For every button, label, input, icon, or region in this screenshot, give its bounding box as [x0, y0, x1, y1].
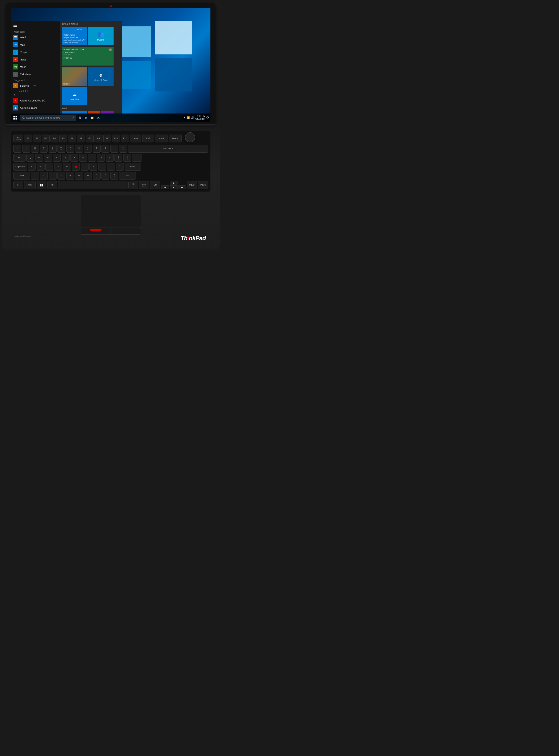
- task-view-icon[interactable]: ⧉: [78, 116, 82, 120]
- key-lbracket[interactable]: {[: [114, 154, 122, 162]
- key-arrow-down[interactable]: ▼: [170, 185, 178, 189]
- key-esc[interactable]: Esc FnLock: [14, 135, 23, 142]
- key-v[interactable]: V: [58, 172, 65, 180]
- start-button[interactable]: [11, 114, 20, 122]
- key-minus[interactable]: _-: [110, 145, 118, 152]
- office365-tile[interactable]: O: [88, 111, 100, 114]
- sidebar-item-acrobat[interactable]: A Adobe Acrobat Pro DC: [11, 97, 60, 104]
- key-o[interactable]: O: [97, 154, 105, 162]
- key-arrow-up[interactable]: ▲: [170, 181, 178, 185]
- key-windows[interactable]: [37, 181, 46, 189]
- key-u[interactable]: U: [79, 154, 87, 162]
- key-shift-right[interactable]: Shift: [119, 172, 136, 180]
- sidebar-item-alarms[interactable]: ⏰ Alarms & Clock: [11, 104, 60, 112]
- key-f4[interactable]: F4: [50, 135, 59, 142]
- key-s[interactable]: S: [37, 163, 45, 171]
- people-tile[interactable]: 👥 People: [88, 27, 114, 45]
- key-p[interactable]: P: [106, 154, 114, 162]
- edge-taskbar-icon[interactable]: e: [84, 116, 88, 120]
- sidebar-item-mail[interactable]: ✉ Mail: [11, 41, 60, 48]
- key-a[interactable]: A: [28, 163, 36, 171]
- key-l[interactable]: L: [98, 163, 106, 171]
- key-semicolon[interactable]: :;: [107, 163, 115, 171]
- key-delete[interactable]: Delete: [169, 135, 182, 142]
- key-f11[interactable]: F11: [112, 135, 120, 142]
- key-q[interactable]: Q: [26, 154, 34, 162]
- sidebar-item-news[interactable]: N News: [11, 56, 60, 63]
- notification-icon[interactable]: 🗨: [206, 116, 209, 119]
- key-3[interactable]: #3: [40, 145, 48, 152]
- key-6[interactable]: ^6: [66, 145, 74, 152]
- key-space[interactable]: [58, 181, 128, 189]
- key-0[interactable]: )0: [102, 145, 109, 152]
- key-comma[interactable]: <,: [93, 172, 100, 180]
- touchpad-left-btn[interactable]: [81, 228, 111, 235]
- key-f2[interactable]: F2: [33, 135, 41, 142]
- key-alt-left[interactable]: Alt: [47, 181, 57, 189]
- key-x[interactable]: X: [40, 172, 48, 180]
- key-w[interactable]: W: [35, 154, 43, 162]
- key-5[interactable]: %5: [58, 145, 65, 152]
- key-prtsc[interactable]: PrtSc SysRq: [139, 181, 149, 189]
- key-f6[interactable]: F6: [68, 135, 76, 142]
- clock[interactable]: 2:30 PM 1/14/2019: [195, 115, 206, 121]
- key-y[interactable]: Y: [70, 154, 78, 162]
- key-f7[interactable]: F7: [77, 135, 85, 142]
- key-slash[interactable]: ?/: [110, 172, 118, 180]
- onenote-tile[interactable]: N: [101, 111, 114, 114]
- key-i[interactable]: I: [88, 154, 96, 162]
- key-9[interactable]: (9: [93, 145, 100, 152]
- key-pgdn[interactable]: PgDn: [198, 181, 208, 189]
- key-equals[interactable]: +=: [119, 145, 127, 152]
- key-t[interactable]: T: [62, 154, 69, 162]
- sidebar-item-people[interactable]: 👥 People: [11, 48, 60, 56]
- store-taskbar-icon[interactable]: 🛍: [96, 116, 100, 120]
- key-power[interactable]: [185, 132, 195, 142]
- key-f9[interactable]: F9: [94, 135, 103, 142]
- key-f5[interactable]: F5: [59, 135, 67, 142]
- key-pgup[interactable]: PgUp: [187, 181, 197, 189]
- touchpad[interactable]: [81, 195, 141, 227]
- key-f10[interactable]: F10: [103, 135, 111, 142]
- key-2[interactable]: @2: [31, 145, 39, 152]
- key-backspace[interactable]: Backspace: [128, 145, 208, 152]
- fabrikam-tile[interactable]: 🌐 4 Fabrikam Portal: [62, 111, 87, 114]
- key-8[interactable]: *8: [84, 145, 92, 152]
- key-1[interactable]: !1: [22, 145, 30, 152]
- key-d[interactable]: D: [45, 163, 53, 171]
- key-m[interactable]: M: [84, 172, 92, 180]
- key-z[interactable]: Z: [31, 172, 39, 180]
- key-f12[interactable]: F12: [121, 135, 129, 142]
- key-n[interactable]: N: [75, 172, 83, 180]
- sidebar-item-word[interactable]: W Word: [11, 33, 60, 41]
- key-shift-left[interactable]: Shift: [14, 172, 30, 180]
- key-tab[interactable]: Tab: [14, 154, 25, 162]
- key-backtick[interactable]: ~`: [14, 145, 21, 152]
- hamburger-menu[interactable]: [11, 22, 20, 29]
- sidebar-item-seismic[interactable]: S Seismic Free: [11, 82, 60, 89]
- mail-tile[interactable]: ✉ 10 Robin Jamie Do you mind if we resch…: [62, 27, 87, 45]
- key-insert[interactable]: Insert: [155, 135, 168, 142]
- key-end[interactable]: End: [142, 135, 154, 142]
- key-f3[interactable]: F3: [42, 135, 50, 142]
- volume-icon[interactable]: 🔊: [191, 116, 194, 119]
- key-7[interactable]: &7: [75, 145, 83, 152]
- key-fn[interactable]: Fn: [14, 181, 23, 189]
- key-j[interactable]: J: [81, 163, 89, 171]
- key-ctrl-left[interactable]: Ctrl: [24, 181, 36, 189]
- key-k[interactable]: K: [89, 163, 97, 171]
- key-g[interactable]: G: [63, 163, 71, 171]
- sidebar-item-maps[interactable]: 🗺 Maps: [11, 63, 60, 71]
- key-period[interactable]: >.: [102, 172, 109, 180]
- key-4[interactable]: $4: [49, 145, 57, 152]
- key-h[interactable]: H: [72, 163, 80, 171]
- taskbar-search[interactable]: Search the web and Windows 🎤: [20, 115, 76, 121]
- edge-tile[interactable]: e Microsoft Edge: [88, 67, 114, 86]
- key-f8[interactable]: F8: [86, 135, 94, 142]
- key-arrow-left[interactable]: ◀: [161, 185, 169, 189]
- key-alt-right[interactable]: Alt ✈: [128, 181, 138, 189]
- key-b[interactable]: B: [66, 172, 74, 180]
- explorer-taskbar-icon[interactable]: 📁: [90, 116, 94, 120]
- key-enter[interactable]: Enter: [125, 163, 141, 171]
- key-c[interactable]: C: [49, 172, 57, 180]
